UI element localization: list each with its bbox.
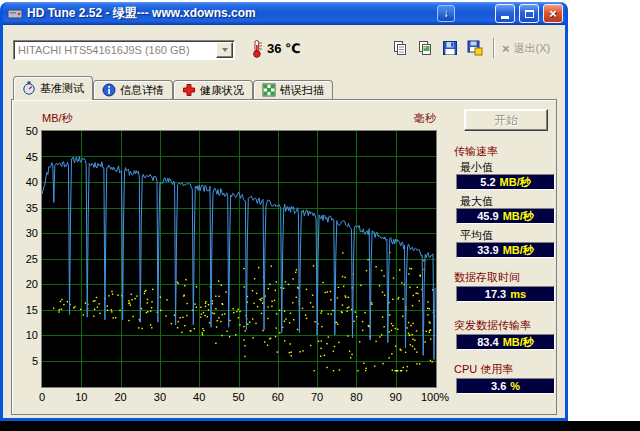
- y-tick-label: 40: [12, 176, 38, 188]
- drive-select-value: HITACHI HTS541616J9S (160 GB): [14, 44, 215, 56]
- exit-label: 退出(X): [514, 41, 551, 56]
- x-tick-label: 60: [261, 391, 295, 403]
- access-time-unit: ms: [510, 288, 526, 300]
- x-tick-label: 0: [25, 391, 59, 403]
- y-tick-label: 15: [12, 304, 38, 316]
- drive-select[interactable]: HITACHI HTS541616J9S (160 GB): [13, 40, 235, 60]
- burst-rate-unit: MB/秒: [503, 335, 534, 350]
- tab-bar: 基准测试 信息详情 健康状况: [3, 75, 565, 99]
- toolbar-separator: [493, 38, 495, 58]
- access-time-title: 数据存取时间: [454, 270, 520, 285]
- temperature-display: 36 ℃: [251, 39, 301, 58]
- toolbar: HITACHI HTS541616J9S (160 GB) 36 ℃: [3, 25, 565, 75]
- copy-text-button[interactable]: [389, 37, 411, 59]
- x-tick-label: 80: [339, 391, 373, 403]
- x-tick-label: 30: [143, 391, 177, 403]
- tab-benchmark-label: 基准测试: [40, 81, 84, 96]
- copy-screenshot-button[interactable]: [414, 37, 436, 59]
- tab-info-label: 信息详情: [120, 83, 164, 98]
- maximize-icon: [525, 10, 534, 18]
- min-value-box: 5.2 MB/秒: [456, 174, 555, 190]
- cpu-usage-value: 3.6: [491, 380, 506, 392]
- info-icon: [102, 83, 116, 97]
- x-tick-label: 20: [104, 391, 138, 403]
- thermometer-icon: [251, 39, 263, 58]
- tab-benchmark[interactable]: 基准测试: [13, 76, 93, 100]
- tab-error-scan-label: 错误扫描: [280, 83, 324, 98]
- titlebar: HD Tune 2.52 - 绿盟--- www.xdowns.com ↓ ×: [3, 2, 565, 25]
- access-time-value-box: 17.3 ms: [456, 286, 555, 302]
- download-arrow-icon[interactable]: ↓: [437, 5, 455, 22]
- start-button[interactable]: 开始: [464, 109, 548, 131]
- burst-rate-title: 突发数据传输率: [454, 318, 531, 333]
- y-tick-label: 30: [12, 227, 38, 239]
- error-scan-grid-icon: [262, 83, 276, 97]
- max-value: 45.9: [477, 210, 498, 222]
- save-icon: [442, 40, 458, 56]
- x-tick-label: 100%: [418, 391, 452, 403]
- save-screenshot-button[interactable]: [464, 37, 486, 59]
- min-unit: MB/秒: [500, 175, 531, 190]
- avg-value: 33.9: [477, 244, 498, 256]
- y-left-axis-title: MB/秒: [42, 111, 73, 126]
- close-button[interactable]: ×: [543, 4, 563, 23]
- y-tick-label: 50: [12, 125, 38, 137]
- avg-unit: MB/秒: [503, 243, 534, 258]
- tab-health[interactable]: 健康状况: [173, 80, 253, 99]
- copy-text-icon: [392, 40, 408, 56]
- benchmark-gauge-icon: [22, 81, 36, 95]
- tab-error-scan[interactable]: 错误扫描: [253, 80, 333, 99]
- x-tick-label: 70: [300, 391, 334, 403]
- minimize-icon: [501, 16, 509, 19]
- avg-value-box: 33.9 MB/秒: [456, 242, 555, 258]
- max-unit: MB/秒: [503, 209, 534, 224]
- y-tick-label: 5: [12, 355, 38, 367]
- max-value-box: 45.9 MB/秒: [456, 208, 555, 224]
- chevron-down-icon[interactable]: [216, 42, 233, 58]
- burst-rate-value: 83.4: [477, 336, 498, 348]
- screen: HD Tune 2.52 - 绿盟--- www.xdowns.com ↓ × …: [0, 0, 640, 431]
- save-button[interactable]: [439, 37, 461, 59]
- benchmark-panel: MB/秒 毫秒 5045403530252015105 010203040506…: [11, 99, 557, 415]
- tab-health-label: 健康状况: [200, 83, 244, 98]
- cpu-usage-unit: %: [510, 380, 520, 392]
- maximize-button[interactable]: [519, 4, 539, 23]
- window-title: HD Tune 2.52 - 绿盟--- www.xdowns.com: [27, 5, 433, 22]
- x-tick-label: 40: [182, 391, 216, 403]
- tab-info[interactable]: 信息详情: [93, 80, 173, 99]
- y-right-axis-title: 毫秒: [376, 111, 436, 126]
- exit-button[interactable]: × 退出(X): [502, 41, 550, 56]
- avg-label: 平均值: [460, 228, 493, 243]
- copy-screenshot-icon: [417, 40, 433, 56]
- cpu-usage-title: CPU 使用率: [454, 362, 513, 377]
- health-cross-icon: [182, 83, 196, 97]
- y-tick-label: 20: [12, 278, 38, 290]
- toolbar-buttons: × 退出(X): [389, 37, 550, 59]
- temperature-value: 36 ℃: [267, 41, 301, 56]
- save-screenshot-icon: [467, 40, 483, 56]
- cpu-usage-value-box: 3.6 %: [456, 378, 555, 394]
- bottom-strip: [0, 421, 640, 431]
- y-tick-label: 10: [12, 329, 38, 341]
- y-tick-label: 45: [12, 151, 38, 163]
- x-tick-label: 50: [222, 391, 256, 403]
- benchmark-plot: [42, 131, 436, 387]
- minimize-button[interactable]: [495, 4, 515, 23]
- min-label: 最小值: [460, 160, 493, 175]
- burst-rate-value-box: 83.4 MB/秒: [456, 334, 555, 350]
- x-tick-label: 10: [64, 391, 98, 403]
- app-window: HD Tune 2.52 - 绿盟--- www.xdowns.com ↓ × …: [0, 2, 568, 421]
- min-value: 5.2: [480, 176, 495, 188]
- max-label: 最大值: [460, 194, 493, 209]
- exit-x-icon: ×: [502, 41, 510, 56]
- y-tick-label: 35: [12, 202, 38, 214]
- access-time-value: 17.3: [485, 288, 506, 300]
- app-icon: [7, 6, 23, 22]
- transfer-rate-title: 传输速率: [454, 144, 498, 159]
- y-tick-label: 25: [12, 253, 38, 265]
- client-area: HITACHI HTS541616J9S (160 GB) 36 ℃: [3, 25, 565, 418]
- x-tick-label: 90: [379, 391, 413, 403]
